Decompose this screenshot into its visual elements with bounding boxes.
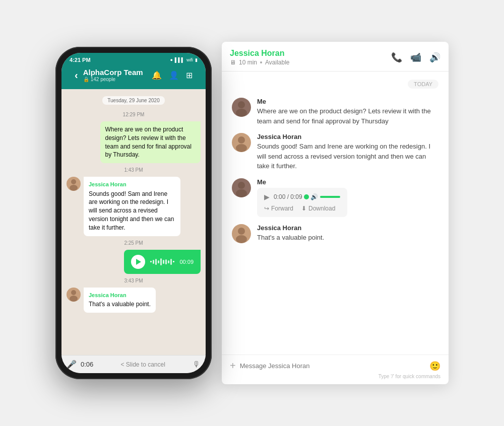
audio-volume-control[interactable]: 🔊 [310, 193, 340, 200]
me-avatar-1 [232, 98, 251, 117]
phone-chat-name: AlphaCorp Team [83, 68, 147, 77]
forward-button[interactable]: ↪ Forward [264, 205, 293, 212]
add-attachment-button[interactable]: + [230, 360, 236, 372]
menu-grid-icon[interactable]: ⊞ [186, 70, 193, 80]
desktop-contact-sub: 🖥 10 min Available [230, 59, 290, 66]
recording-time: 0:06 [81, 361, 93, 368]
jessica-avatar-phone-2 [67, 288, 81, 302]
svg-point-4 [238, 101, 245, 108]
call-button[interactable]: 📞 [391, 52, 402, 63]
jessica-message-1: Sounds good! Sam and Irene are working o… [89, 190, 174, 231]
time-label-343: 3:43 PM [124, 278, 143, 283]
phone-header-info: AlphaCorp Team 🔒 142 people [83, 68, 147, 82]
phone-header-actions: 🔔 👤 ⊞ [152, 70, 193, 80]
desktop-sender-4: Jessica Horan [257, 224, 324, 232]
audio-progress-dot [304, 194, 309, 199]
desktop-contact-status: Available [265, 59, 289, 66]
phone-mockup: 4:21 PM ● ▌▌▌ wifi ▮ ‹ AlphaCorp Team 🔒 [55, 47, 212, 379]
svg-point-2 [71, 290, 76, 295]
message-input[interactable] [240, 362, 425, 370]
svg-point-11 [236, 235, 247, 243]
audio-actions: ↪ Forward ⬇ Download [264, 205, 340, 212]
phone-chat-header: ‹ AlphaCorp Team 🔒 142 people 🔔 👤 ⊞ [70, 65, 198, 87]
jessica-avatar-phone [67, 177, 81, 191]
volume-button[interactable]: 🔊 [429, 52, 440, 63]
mic-recording-icon: 🎤 [67, 360, 77, 369]
camera-icon: ● [170, 57, 172, 62]
desktop-msg-content-1: Me Where are we on the product design? L… [257, 98, 438, 126]
incoming-bubble-1: Jessica Horan Sounds good! Sam and Irene… [84, 177, 180, 236]
slide-to-cancel: < Slide to cancel [97, 361, 188, 368]
jessica-avatar-desktop-1 [232, 133, 251, 152]
status-icons: ● ▌▌▌ wifi ▮ [170, 57, 198, 62]
audio-play-button[interactable]: ▶ [264, 193, 270, 201]
svg-point-1 [70, 185, 78, 191]
jessica-name-phone-2: Jessica Horan [89, 292, 151, 299]
voice-play-button[interactable] [131, 255, 145, 269]
desktop-input-row: + 🙂 [230, 360, 440, 372]
phone-chat-sub: 🔒 142 people [83, 77, 147, 82]
emoji-button[interactable]: 🙂 [429, 361, 440, 372]
desktop-msg-content-3: Me ▶ 0:00 / 0:09 🔊 [257, 178, 347, 217]
today-divider: TODAY [408, 80, 438, 89]
desktop-text-1: Where are we on the product design? Lets… [257, 106, 438, 126]
desktop-message-2: Jessica Horan Sounds good! Sam and Irene… [232, 133, 438, 171]
desktop-contact-time: 10 min [239, 59, 257, 66]
desktop-text-4: That's a valuable point. [257, 233, 324, 243]
incoming-message-1: Jessica Horan Sounds good! Sam and Irene… [67, 177, 180, 236]
desktop-sender-1: Me [257, 98, 438, 105]
desktop-header-actions: 📞 📹 🔊 [391, 52, 440, 63]
desktop-chat-header: Jessica Horan 🖥 10 min Available 📞 📹 🔊 [222, 42, 449, 72]
svg-point-3 [70, 296, 78, 302]
phone-recording-bar: 🎤 0:06 < Slide to cancel 🎙 [61, 355, 206, 373]
desktop-message-1: Me Where are we on the product design? L… [232, 98, 438, 126]
voice-duration: 00:09 [179, 259, 194, 265]
add-participant-icon[interactable]: 👤 [169, 70, 179, 80]
mute-icon[interactable]: 🔔 [152, 70, 162, 80]
audio-player: ▶ 0:00 / 0:09 🔊 [257, 188, 347, 217]
jessica-name-phone: Jessica Horan [89, 181, 175, 188]
desktop-chat-panel: Jessica Horan 🖥 10 min Available 📞 📹 🔊 T… [222, 42, 449, 384]
desktop-chat-area: TODAY Me Where are we on the product des… [222, 72, 449, 354]
mic-right-icon[interactable]: 🎙 [193, 360, 201, 369]
incoming-bubble-2: Jessica Horan That's a valuable point. [84, 288, 156, 313]
signal-icon: ▌▌▌ [175, 57, 184, 62]
audio-volume-bar [320, 196, 340, 198]
download-icon: ⬇ [301, 205, 306, 212]
outgoing-message-1: Where are we on the product design? Lets… [100, 121, 201, 163]
separator-dot [260, 61, 262, 63]
voice-message-out: 00:09 [124, 250, 201, 274]
time-label-143: 1:43 PM [124, 167, 143, 173]
me-avatar-2 [232, 178, 251, 197]
video-button[interactable]: 📹 [410, 52, 421, 63]
volume-icon: 🔊 [310, 193, 318, 200]
phone-status-bar: 4:21 PM ● ▌▌▌ wifi ▮ ‹ AlphaCorp Team 🔒 [61, 53, 206, 89]
desktop-sender-3: Me [257, 178, 347, 186]
download-button[interactable]: ⬇ Download [301, 205, 335, 212]
screen-icon: 🖥 [230, 59, 236, 66]
svg-point-8 [238, 182, 245, 189]
lock-icon: 🔒 [83, 77, 89, 82]
desktop-message-3: Me ▶ 0:00 / 0:09 🔊 [232, 178, 438, 217]
desktop-message-4: Jessica Horan That's a valuable point. [232, 224, 438, 243]
desktop-msg-content-2: Jessica Horan Sounds good! Sam and Irene… [257, 133, 438, 171]
audio-controls: ▶ 0:00 / 0:09 🔊 [264, 193, 340, 201]
svg-point-9 [236, 189, 247, 197]
phone-screen: 4:21 PM ● ▌▌▌ wifi ▮ ‹ AlphaCorp Team 🔒 [61, 53, 206, 373]
status-time: 4:21 PM [70, 57, 91, 63]
desktop-input-area: + 🙂 Type '/' for quick commands [222, 354, 449, 384]
desktop-sender-2: Jessica Horan [257, 133, 438, 140]
desktop-contact-name: Jessica Horan [230, 49, 290, 58]
desktop-text-2: Sounds good! Sam and Irene are working o… [257, 141, 438, 171]
forward-icon: ↪ [264, 205, 269, 212]
voice-waveform [150, 258, 174, 265]
audio-time: 0:00 / 0:09 [274, 193, 302, 200]
svg-point-10 [238, 228, 245, 235]
svg-point-6 [238, 136, 245, 144]
input-hint: Type '/' for quick commands [230, 374, 440, 379]
time-label-225: 2:25 PM [124, 240, 143, 246]
battery-icon: ▮ [195, 57, 198, 62]
phone-chat-area: Tuesday, 29 June 2020 12:29 PM Where are… [61, 89, 206, 355]
back-button[interactable]: ‹ [75, 69, 78, 81]
date-divider: Tuesday, 29 June 2020 [102, 96, 164, 105]
